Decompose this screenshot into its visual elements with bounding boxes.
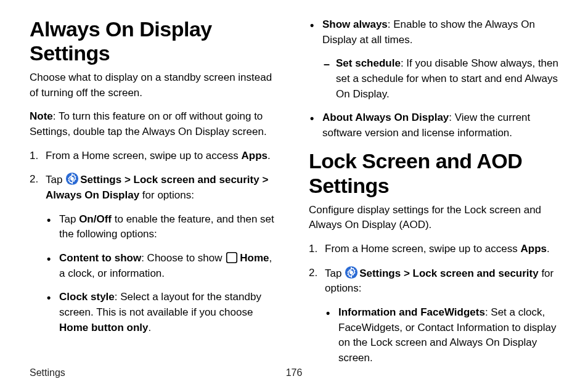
note-text: Note: To turn this feature on or off wit… (30, 109, 279, 139)
option-content-to-show: Content to show: Choose to show Home, a … (46, 251, 279, 281)
step-number: 1. (309, 242, 317, 257)
sub-options-list: Set schedule: If you disable Show always… (322, 56, 558, 102)
settings-icon (345, 266, 358, 279)
settings-label: Settings (359, 267, 401, 279)
step-2: 2. Tap Settings > Lock screen and securi… (30, 172, 279, 335)
footer-section-label: Settings (30, 367, 65, 378)
show-always-label: Show always (322, 18, 388, 30)
apps-label: Apps (241, 150, 267, 161)
clock-style-label: Clock style (59, 291, 115, 303)
home-label: Home (240, 252, 269, 264)
about-aod-label: About Always On Display (322, 112, 449, 123)
options-list: Tap On/Off to enable the feature, and th… (46, 212, 279, 335)
svg-point-1 (70, 177, 74, 181)
heading-lock-screen-aod: Lock Screen and AOD Settings (309, 149, 558, 197)
note-label: Note (30, 110, 53, 122)
aod-label: Always On Display (46, 189, 139, 201)
intro-text-2: Configure display settings for the Lock … (309, 203, 558, 233)
option-set-schedule: Set schedule: If you disable Show always… (322, 56, 558, 102)
home-button-only-label: Home button only (59, 322, 148, 333)
svg-point-4 (349, 271, 353, 274)
steps-list: 1. From a Home screen, swipe up to acces… (30, 149, 279, 335)
right-column: Show always: Enable to show the Always O… (309, 17, 558, 374)
option-about-aod: About Always On Display: View the curren… (309, 110, 558, 141)
step-number: 1. (30, 149, 38, 164)
info-facewidgets-label: Information and FaceWidgets (338, 306, 485, 318)
step-1: 1. From a Home screen, swipe up to acces… (30, 149, 279, 164)
steps-list-2: 1. From a Home screen, swipe up to acces… (309, 242, 558, 365)
heading-aod-settings: Always On Display Settings (30, 17, 279, 65)
lock-screen-label: Lock screen and security (413, 267, 539, 279)
step-number: 2. (30, 172, 38, 187)
settings-label: Settings (80, 174, 121, 186)
step-number: 2. (309, 266, 317, 281)
page-footer: Settings 176 (30, 367, 558, 378)
option-show-always: Show always: Enable to show the Always O… (309, 17, 558, 102)
intro-text: Choose what to display on a standby scre… (30, 70, 279, 100)
option-clock-style: Clock style: Select a layout for the sta… (46, 290, 279, 335)
lock-screen-label: Lock screen and security (134, 174, 259, 186)
apps-label: Apps (520, 243, 547, 255)
svg-rect-2 (227, 253, 237, 263)
note-body: : To turn this feature on or off without… (30, 110, 267, 137)
page-number: 176 (286, 367, 303, 378)
left-column: Always On Display Settings Choose what t… (30, 17, 279, 374)
options-list-2: Information and FaceWidgets: Set a clock… (325, 305, 558, 366)
onoff-label: On/Off (79, 213, 112, 225)
step-1b: 1. From a Home screen, swipe up to acces… (309, 242, 558, 257)
settings-icon (65, 172, 79, 186)
step-text: Tap (46, 174, 65, 186)
home-icon (225, 251, 239, 264)
option-onoff: Tap On/Off to enable the feature, and th… (46, 212, 279, 242)
set-schedule-label: Set schedule (336, 57, 401, 69)
options-list-cont: Show always: Enable to show the Always O… (309, 17, 558, 141)
step-2b: 2. Tap Settings > Lock screen and securi… (309, 266, 558, 366)
option-info-facewidgets: Information and FaceWidgets: Set a clock… (325, 305, 558, 366)
content-to-show-label: Content to show (59, 252, 141, 264)
step-text: From a Home screen, swipe up to access (46, 150, 241, 161)
